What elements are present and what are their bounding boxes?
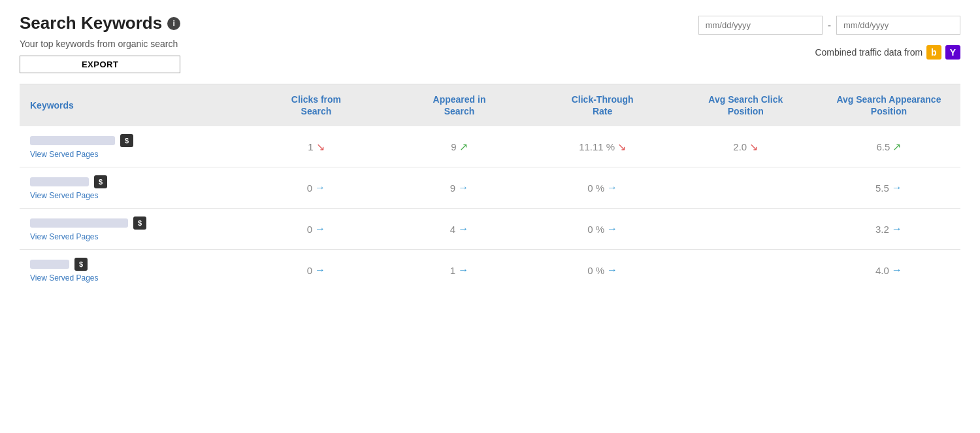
col-clicks: Clicks from Search [244, 84, 387, 126]
col-avg-appear-pos: Avg Search Appearance Position [817, 84, 960, 126]
keyword-cell: $View Served Pages [20, 250, 244, 291]
date-separator: - [828, 20, 831, 31]
keyword-cell: $View Served Pages [20, 126, 244, 167]
avg-click-pos-cell [674, 209, 817, 250]
traffic-source: Combined traffic data from b Y [815, 45, 960, 60]
right-panel: - Combined traffic data from b Y [698, 13, 960, 60]
avg-appear-pos-cell: 6.5 ↗ [817, 126, 960, 167]
ctr-cell: 11.11 % ↘ [531, 126, 674, 167]
clicks-value: 0 → [307, 223, 325, 235]
col-avg-click-pos: Avg Search Click Position [674, 84, 817, 126]
appeared-arrow: ↗ [459, 141, 468, 153]
appeared-value: 4 → [450, 223, 468, 235]
clicks-cell: 0 → [244, 250, 387, 291]
view-served-pages[interactable]: View Served Pages [30, 191, 238, 200]
page-header: Search Keywords i Your top keywords from… [20, 13, 960, 73]
view-served-pages[interactable]: View Served Pages [30, 232, 238, 241]
ctr-arrow: → [607, 182, 617, 194]
appeared-arrow: → [458, 223, 468, 235]
appeared-cell: 1 → [387, 250, 531, 291]
keyword-blur [30, 177, 89, 186]
end-date-input[interactable] [836, 16, 960, 35]
col-appeared: Appeared in Search [387, 84, 531, 126]
appeared-cell: 9 → [387, 167, 531, 209]
appeared-arrow: → [458, 182, 468, 194]
dollar-badge: $ [94, 175, 107, 188]
avg-appear-value: 6.5 ↗ [876, 141, 901, 153]
view-served-pages[interactable]: View Served Pages [30, 150, 238, 159]
ctr-cell: 0 % → [531, 209, 674, 250]
keyword-blur [30, 260, 69, 269]
table-header-row: Keywords Clicks from Search Appeared in … [20, 84, 960, 126]
ctr-cell: 0 % → [531, 167, 674, 209]
clicks-cell: 0 → [244, 209, 387, 250]
appeared-value: 9 ↗ [451, 141, 467, 153]
traffic-label: Combined traffic data from [815, 47, 923, 58]
clicks-value: 1 ↘ [308, 141, 324, 153]
avg-click-pos-cell [674, 250, 817, 291]
clicks-arrow: → [315, 264, 325, 276]
appeared-value: 1 → [450, 264, 468, 276]
dollar-badge: $ [120, 134, 133, 147]
avg-appear-value: 3.2 → [875, 223, 902, 235]
ctr-arrow: → [607, 264, 617, 276]
keyword-cell: $View Served Pages [20, 209, 244, 250]
clicks-value: 0 → [307, 182, 325, 194]
yahoo-badge: Y [945, 45, 960, 60]
avg-click-pos-cell [674, 167, 817, 209]
export-button[interactable]: EXPORT [20, 56, 180, 73]
appeared-value: 9 → [450, 182, 468, 194]
clicks-value: 0 → [307, 264, 325, 276]
clicks-cell: 0 → [244, 167, 387, 209]
clicks-cell: 1 ↘ [244, 126, 387, 167]
avg-appear-value: 4.0 → [875, 264, 902, 276]
clicks-arrow: ↘ [316, 141, 325, 153]
keyword-blur [30, 136, 115, 145]
title-text: Search Keywords [20, 13, 162, 33]
clicks-arrow: → [315, 223, 325, 235]
keywords-table: Keywords Clicks from Search Appeared in … [20, 84, 960, 290]
table-row: $View Served Pages 0 → 4 → 0 % → 3.2 → [20, 209, 960, 250]
ctr-arrow: → [607, 223, 617, 235]
page-title: Search Keywords i [20, 13, 180, 33]
ctr-value: 0 % → [587, 182, 617, 194]
table-row: $View Served Pages 0 → 9 → 0 % → 5.5 → [20, 167, 960, 209]
keyword-cell: $View Served Pages [20, 167, 244, 209]
title-area: Search Keywords i Your top keywords from… [20, 13, 180, 73]
appeared-cell: 4 → [387, 209, 531, 250]
avg-click-value: 2.0 ↘ [733, 141, 758, 153]
avg-appear-pos-cell: 3.2 → [817, 209, 960, 250]
table-row: $View Served Pages 1 ↘ 9 ↗ 11.11 % ↘ 2.0… [20, 126, 960, 167]
avg-click-pos-cell: 2.0 ↘ [674, 126, 817, 167]
dollar-badge: $ [74, 258, 88, 271]
avg-appear-arrow: → [892, 264, 902, 276]
date-range-area: - [698, 16, 960, 35]
col-ctr: Click-Through Rate [531, 84, 674, 126]
view-served-pages[interactable]: View Served Pages [30, 273, 238, 283]
ctr-value: 0 % → [587, 223, 617, 235]
clicks-arrow: → [315, 182, 325, 194]
avg-appear-value: 5.5 → [875, 182, 902, 194]
ctr-cell: 0 % → [531, 250, 674, 291]
dollar-badge: $ [133, 217, 146, 230]
ctr-arrow: ↘ [617, 141, 626, 153]
appeared-cell: 9 ↗ [387, 126, 531, 167]
info-icon[interactable]: i [167, 17, 180, 30]
appeared-arrow: → [458, 264, 468, 276]
avg-appear-arrow: → [892, 182, 902, 194]
keywords-table-wrapper: Keywords Clicks from Search Appeared in … [20, 84, 960, 290]
avg-appear-arrow: → [892, 223, 902, 235]
table-row: $View Served Pages 0 → 1 → 0 % → 4.0 → [20, 250, 960, 291]
bing-badge: b [926, 45, 941, 60]
subtitle: Your top keywords from organic search [20, 39, 180, 49]
ctr-value: 0 % → [587, 264, 617, 276]
avg-appear-pos-cell: 4.0 → [817, 250, 960, 291]
avg-click-arrow: ↘ [749, 141, 758, 153]
keyword-blur [30, 218, 128, 228]
avg-appear-pos-cell: 5.5 → [817, 167, 960, 209]
avg-appear-arrow: ↗ [892, 141, 901, 153]
ctr-value: 11.11 % ↘ [579, 141, 626, 153]
col-keywords: Keywords [20, 84, 244, 126]
start-date-input[interactable] [698, 16, 823, 35]
